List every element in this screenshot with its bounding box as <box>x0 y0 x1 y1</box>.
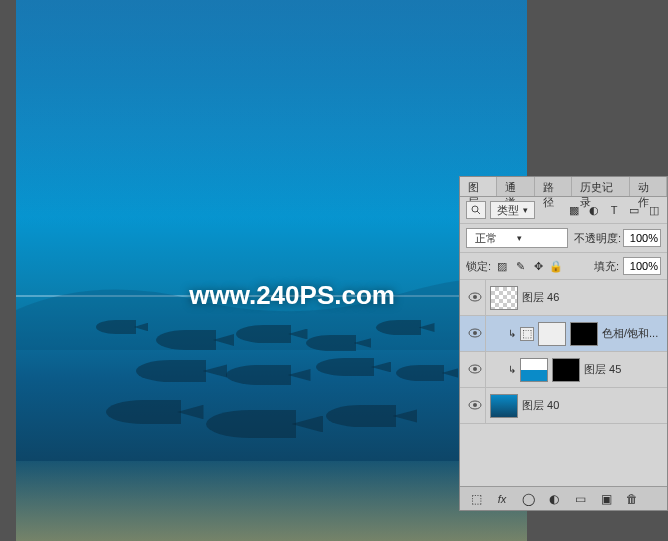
coral-reef <box>16 461 527 541</box>
blend-mode-select[interactable]: 正常 ▾ <box>466 228 568 248</box>
filter-icons: ▩ ◐ T ▭ ◫ <box>567 203 661 217</box>
mask-thumbnail[interactable] <box>570 322 598 346</box>
svg-point-9 <box>473 403 477 407</box>
layer-row[interactable]: ↳ ⬚ 色相/饱和... <box>460 316 667 352</box>
tab-actions[interactable]: 动作 <box>630 177 667 196</box>
svg-point-5 <box>473 331 477 335</box>
watermark-text: www.240PS.com <box>189 280 395 311</box>
lock-position-icon[interactable]: ✥ <box>531 259 545 273</box>
tab-paths[interactable]: 路径 <box>535 177 572 196</box>
chevron-down-icon: ▾ <box>523 205 528 215</box>
fish-school <box>76 310 496 460</box>
opacity-label: 不透明度: <box>574 231 621 246</box>
new-group-icon[interactable]: ▭ <box>572 491 588 507</box>
visibility-toggle[interactable] <box>468 364 482 376</box>
chevron-down-icon: ▾ <box>517 233 522 243</box>
filter-type-icon[interactable]: T <box>607 203 621 217</box>
tab-history[interactable]: 历史记录 <box>572 177 630 196</box>
visibility-toggle[interactable] <box>468 292 482 304</box>
filter-adjust-icon[interactable]: ◐ <box>587 203 601 217</box>
opacity-input[interactable] <box>623 229 661 247</box>
clip-icon: ↳ <box>508 364 516 375</box>
visibility-toggle[interactable] <box>468 328 482 340</box>
layer-search[interactable] <box>466 201 486 219</box>
fill-label: 填充: <box>594 259 619 274</box>
link-icon[interactable]: ⬚ <box>520 327 534 341</box>
canvas[interactable]: www.240PS.com <box>16 0 527 541</box>
visibility-toggle[interactable] <box>468 400 482 412</box>
layer-row[interactable]: ↳ 图层 45 <box>460 352 667 388</box>
tab-layers[interactable]: 图层 <box>460 177 497 196</box>
link-layers-icon[interactable]: ⬚ <box>468 491 484 507</box>
lock-pixels-icon[interactable]: ✎ <box>513 259 527 273</box>
panel-tabs: 图层 通道 路径 历史记录 动作 <box>460 177 667 197</box>
filter-pixel-icon[interactable]: ▩ <box>567 203 581 217</box>
filter-shape-icon[interactable]: ▭ <box>627 203 641 217</box>
add-mask-icon[interactable]: ◯ <box>520 491 536 507</box>
layer-name[interactable]: 图层 46 <box>522 290 559 305</box>
layer-name[interactable]: 图层 45 <box>584 362 621 377</box>
fx-icon[interactable]: fx <box>494 491 510 507</box>
tab-channels[interactable]: 通道 <box>497 177 534 196</box>
clip-icon: ↳ <box>508 328 516 339</box>
blend-mode-value: 正常 <box>475 231 497 246</box>
lock-icons: ▨ ✎ ✥ 🔒 <box>495 259 563 273</box>
layers-list: 图层 46 ↳ ⬚ 色相/饱和... ↳ 图层 45 图层 40 <box>460 280 667 490</box>
layers-panel: 图层 通道 路径 历史记录 动作 类型 ▾ ▩ ◐ T ▭ ◫ 正常 ▾ 不透明… <box>459 176 668 511</box>
layer-thumbnail[interactable] <box>520 358 548 382</box>
layer-row[interactable]: 图层 40 <box>460 388 667 424</box>
lock-label: 锁定: <box>466 259 491 274</box>
adjustment-thumbnail[interactable] <box>538 322 566 346</box>
svg-line-1 <box>477 211 480 214</box>
layers-bottom-toolbar: ⬚ fx ◯ ◐ ▭ ▣ 🗑 <box>460 486 667 510</box>
layer-row[interactable]: 图层 46 <box>460 280 667 316</box>
svg-point-3 <box>473 295 477 299</box>
mask-thumbnail[interactable] <box>552 358 580 382</box>
filter-type-select[interactable]: 类型 ▾ <box>490 201 535 219</box>
blend-row: 正常 ▾ 不透明度: <box>460 224 667 253</box>
layer-thumbnail[interactable] <box>490 394 518 418</box>
opacity-group: 不透明度: <box>574 229 661 247</box>
new-layer-icon[interactable]: ▣ <box>598 491 614 507</box>
lock-transparency-icon[interactable]: ▨ <box>495 259 509 273</box>
search-icon <box>471 205 481 215</box>
layer-name[interactable]: 图层 40 <box>522 398 559 413</box>
svg-point-7 <box>473 367 477 371</box>
filter-type-label: 类型 <box>497 203 519 218</box>
fill-input[interactable] <box>623 257 661 275</box>
lock-row: 锁定: ▨ ✎ ✥ 🔒 填充: <box>460 253 667 280</box>
filter-smart-icon[interactable]: ◫ <box>647 203 661 217</box>
layer-thumbnail[interactable] <box>490 286 518 310</box>
delete-layer-icon[interactable]: 🗑 <box>624 491 640 507</box>
layer-name[interactable]: 色相/饱和... <box>602 326 658 341</box>
new-adjustment-icon[interactable]: ◐ <box>546 491 562 507</box>
filter-row: 类型 ▾ ▩ ◐ T ▭ ◫ <box>460 197 667 224</box>
lock-all-icon[interactable]: 🔒 <box>549 259 563 273</box>
